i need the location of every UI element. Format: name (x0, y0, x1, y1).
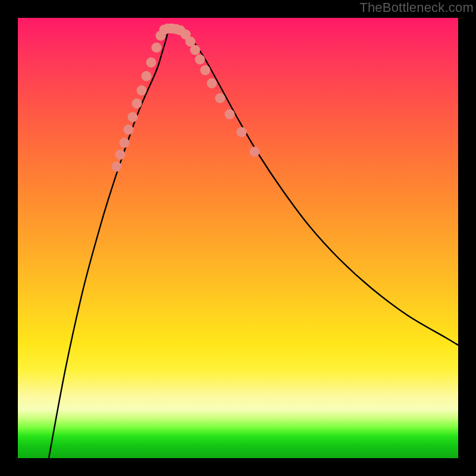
overlay-dot (132, 99, 142, 109)
overlay-dots (112, 24, 260, 172)
bottleneck-curve (49, 29, 458, 458)
overlay-dot (142, 71, 152, 82)
overlay-dot (115, 150, 126, 160)
overlay-dot (250, 147, 260, 157)
overlay-dot (215, 93, 226, 104)
overlay-dot (152, 43, 162, 53)
overlay-dot (195, 55, 205, 65)
chart-plot-area (18, 18, 458, 458)
overlay-dot (120, 138, 130, 148)
overlay-dot (201, 65, 211, 76)
overlay-dot (190, 45, 201, 55)
overlay-dot (112, 162, 122, 172)
overlay-dot (128, 112, 138, 123)
chart-svg (18, 18, 458, 458)
overlay-dot (146, 58, 156, 68)
overlay-dot (225, 109, 235, 120)
overlay-dot (237, 127, 247, 137)
overlay-dot (207, 79, 217, 89)
chart-frame: TheBottleneck.com (0, 0, 476, 476)
watermark-text: TheBottleneck.com (359, 0, 474, 15)
overlay-dot (124, 125, 134, 135)
overlay-dot (137, 86, 147, 96)
